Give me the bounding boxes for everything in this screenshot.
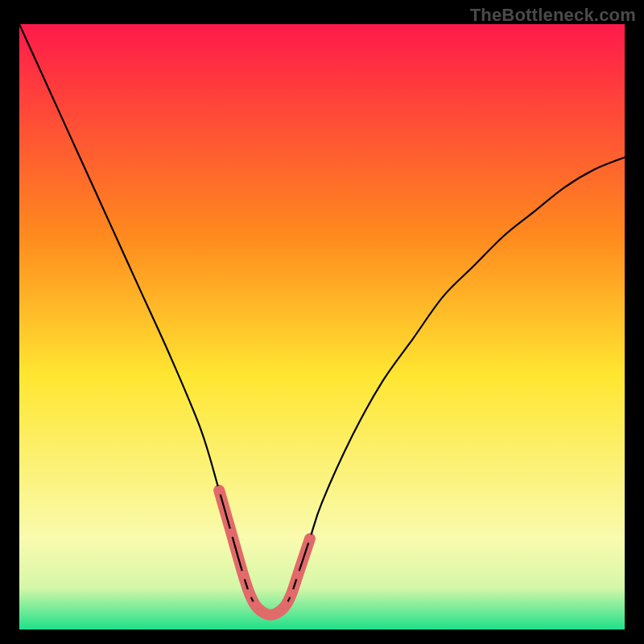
trough-dot: [227, 528, 236, 537]
chart-frame: TheBottleneck.com: [0, 0, 644, 644]
trough-dot: [281, 601, 290, 609]
trough-dot: [293, 571, 302, 580]
trough-dot: [305, 535, 314, 543]
trough-dot: [287, 588, 296, 597]
chart-svg: [19, 24, 625, 630]
trough-dot: [245, 588, 254, 597]
trough-dot: [215, 486, 224, 495]
watermark-text: TheBottleneck.com: [470, 5, 636, 26]
trough-dot: [239, 571, 248, 580]
svg-rect-0: [19, 24, 625, 630]
plot-area: [19, 24, 625, 630]
